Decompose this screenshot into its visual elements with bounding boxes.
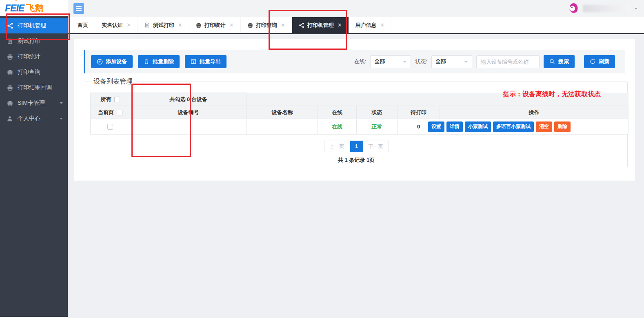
sidebar-item-label: 打印统计: [18, 53, 40, 60]
user-menu[interactable]: [568, 2, 644, 14]
close-icon[interactable]: ✕: [281, 22, 285, 28]
table-row: 在线 正常 0 设置 详情 小票测试 多语言小票测试 清空 删除: [91, 119, 628, 135]
tab-label: 打印机管理: [307, 22, 334, 29]
settings-button[interactable]: 设置: [428, 121, 444, 132]
tab-print-stats[interactable]: 打印统计 ✕: [189, 17, 241, 33]
tab-printer-manage[interactable]: 打印机管理 ✕: [292, 17, 349, 33]
tab-print-query[interactable]: 打印查询 ✕: [241, 17, 292, 33]
close-icon[interactable]: ✕: [338, 22, 342, 28]
batch-export-button[interactable]: 批量导出: [185, 55, 227, 68]
sidebar-item-print-callback[interactable]: 打印结果回调: [0, 80, 68, 95]
col-header-actions: 操作: [440, 106, 628, 119]
sidebar-item-test-print[interactable]: 测试打印: [0, 33, 68, 49]
wifi-signal-icon: [14, 0, 19, 1]
plus-circle-icon: [97, 59, 103, 65]
sidebar-item-sim-manage[interactable]: SIM卡管理: [0, 95, 68, 111]
current-page-checkbox[interactable]: [117, 110, 122, 115]
clear-button[interactable]: 清空: [536, 121, 552, 132]
search-icon: [549, 59, 555, 65]
sidebar-item-print-stats[interactable]: 打印统计: [0, 49, 68, 64]
current-page-cell: 当前页: [91, 106, 130, 119]
receipt-test-button[interactable]: 小票测试: [465, 121, 491, 132]
online-filter-label: 在线:: [354, 58, 366, 65]
status-filter-label: 状态:: [415, 58, 427, 65]
device-name-cell: [247, 119, 318, 135]
user-icon: [7, 115, 13, 122]
selected-summary-cell: 共勾选 0 台设备: [130, 93, 247, 106]
printer-icon: [196, 22, 202, 28]
select-all-checkbox[interactable]: [114, 97, 120, 102]
tab-test-print[interactable]: 测试打印 ✕: [138, 17, 189, 33]
device-status-value: 正常: [357, 119, 398, 135]
close-icon[interactable]: ✕: [178, 22, 182, 28]
prev-page-button[interactable]: 上一页: [324, 141, 350, 152]
trash-icon: [144, 59, 150, 65]
search-button[interactable]: 搜索: [544, 55, 575, 68]
sidebar-item-print-query[interactable]: 打印查询: [0, 64, 68, 80]
current-page-button[interactable]: 1: [350, 141, 363, 152]
col-header-online: 在线: [318, 106, 357, 119]
close-icon[interactable]: ✕: [127, 22, 131, 28]
sidebar-toggle-button[interactable]: [73, 3, 84, 14]
close-icon[interactable]: ✕: [229, 22, 234, 28]
printer-icon: [7, 100, 13, 106]
record-count-summary: 共 1 条记录 1页: [85, 157, 627, 164]
table-header-row: 当前页 设备编号 设备名称 在线 状态 待打印 操作: [91, 106, 628, 119]
col-header-device-id: 设备编号: [130, 106, 247, 119]
next-page-button[interactable]: 下一页: [363, 141, 389, 152]
chevron-down-icon: [60, 118, 63, 121]
brand-logo[interactable]: FEIE 飞鹅: [0, 0, 68, 16]
top-header: [68, 0, 644, 17]
main-content-card: 添加设备 批量删除 批量导出 在线: 全部 状态: 全部 搜索: [74, 39, 635, 181]
tab-label: 用户信息: [355, 22, 377, 29]
col-header-pending: 待打印: [398, 106, 440, 119]
col-header-status: 状态: [357, 106, 398, 119]
tab-real-name-auth[interactable]: 实名认证 ✕: [95, 17, 138, 33]
sidebar-item-personal-center[interactable]: 个人中心: [0, 111, 68, 126]
sidebar: FEIE 飞鹅 打印机管理 测试打印 打印统计 打印查询 打印结果回调 SIM卡: [0, 0, 68, 317]
multilang-receipt-test-button[interactable]: 多语言小票测试: [493, 121, 534, 132]
tab-label: 测试打印: [153, 22, 174, 29]
device-search-input[interactable]: [476, 55, 540, 68]
row-actions-cell: 设置 详情 小票测试 多语言小票测试 清空 删除: [440, 119, 628, 135]
tab-user-info[interactable]: 用户信息 ✕: [349, 17, 392, 33]
close-icon[interactable]: ✕: [380, 22, 385, 28]
online-filter-select[interactable]: 全部: [370, 55, 411, 68]
chevron-down-icon: [403, 61, 407, 65]
search-label: 搜索: [558, 58, 569, 65]
tab-label: 打印统计: [204, 22, 226, 29]
filter-group: 在线: 全部 状态: 全部 搜索 刷新: [354, 55, 620, 68]
sidebar-menu: 打印机管理 测试打印 打印统计 打印查询 打印结果回调 SIM卡管理 个人中心: [0, 16, 68, 126]
avatar: [568, 2, 580, 14]
offline-hint-text: 提示：设备离线时，无法获取状态: [503, 90, 601, 99]
brand-logo-cn: 飞鹅: [26, 2, 43, 14]
online-filter-value: 全部: [374, 58, 385, 65]
select-all-label: 所有: [101, 96, 111, 103]
add-device-button[interactable]: 添加设备: [91, 55, 133, 68]
tab-home[interactable]: 首页: [71, 17, 95, 33]
printer-icon: [247, 22, 253, 28]
printer-icon: [7, 84, 13, 91]
file-icon: [7, 38, 13, 44]
select-all-cell: 所有: [91, 93, 130, 106]
refresh-button[interactable]: 刷新: [584, 55, 615, 68]
details-button[interactable]: 详情: [446, 121, 463, 132]
device-id-cell: [130, 119, 247, 135]
sidebar-item-label: 打印结果回调: [18, 84, 52, 91]
add-device-label: 添加设备: [106, 58, 127, 65]
row-checkbox[interactable]: [107, 124, 113, 130]
username-redacted: [583, 5, 631, 12]
chevron-down-icon: [634, 8, 637, 11]
batch-delete-button[interactable]: 批量删除: [138, 55, 180, 68]
status-filter-select[interactable]: 全部: [431, 55, 472, 68]
sidebar-item-label: 打印查询: [18, 68, 40, 76]
printer-icon: [7, 69, 13, 75]
chevron-down-icon: [464, 61, 468, 65]
col-header-device-name: 设备名称: [247, 106, 318, 119]
current-page-label: 当前页: [98, 109, 114, 116]
sidebar-item-printer-manage[interactable]: 打印机管理: [0, 18, 68, 33]
delete-button[interactable]: 删除: [554, 121, 571, 132]
share-nodes-icon: [7, 22, 13, 29]
online-status-value: 在线: [318, 119, 357, 135]
file-icon: [144, 22, 150, 28]
